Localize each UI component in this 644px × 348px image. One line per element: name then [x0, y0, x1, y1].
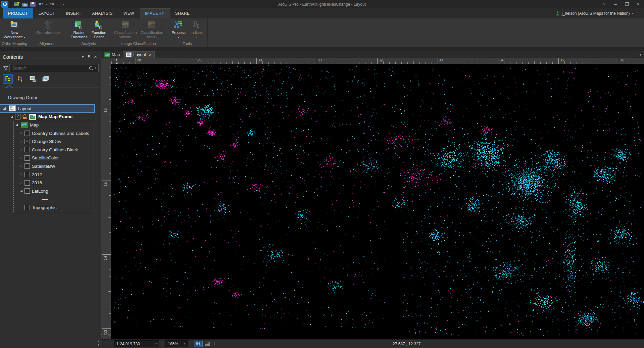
panel-close-icon[interactable]: ✕: [92, 55, 99, 59]
expand-arrow-icon[interactable]: [19, 172, 24, 177]
list-by-snapping-button[interactable]: [15, 74, 26, 84]
tree-item-topographic[interactable]: Topographic: [0, 203, 97, 212]
expand-arrow-icon[interactable]: [19, 131, 24, 136]
arcgis-pro-logo-icon[interactable]: [1, 1, 8, 8]
ribbon-tab-analysis[interactable]: ANALYSIS: [87, 8, 118, 18]
snap-grid-button[interactable]: [203, 341, 211, 347]
process-button[interactable]: Process▾: [169, 19, 188, 40]
layer-visibility-checkbox[interactable]: [24, 163, 30, 169]
ruler-corner: [101, 58, 111, 64]
tree-item-map[interactable]: Map: [0, 121, 97, 129]
ribbon-tab-layout[interactable]: LAYOUT: [33, 8, 61, 18]
collapse-ribbon-icon[interactable]: ⌃: [635, 12, 641, 15]
save-project-button[interactable]: [30, 1, 36, 8]
new-workspace-button[interactable]: NewWorkspace ▾: [2, 19, 27, 40]
view-tab-layout[interactable]: Layout ✕: [123, 51, 155, 58]
layer-visibility-checkbox[interactable]: [24, 205, 30, 210]
ribbon-imagery: NewWorkspace ▾ Ortho Mapping Georeferenc…: [0, 18, 644, 47]
ruler-major-tick: [619, 58, 619, 64]
ruler-major-tick: [196, 58, 196, 64]
list-by-editing-button[interactable]: [28, 74, 38, 84]
contents-panel-header[interactable]: Contents ▾ ✕: [0, 51, 101, 62]
panel-drag-texture[interactable]: [26, 57, 78, 59]
layer-visibility-checkbox[interactable]: [24, 180, 30, 186]
tree-item-layout[interactable]: Layout: [0, 104, 95, 113]
add-layout-grid-button[interactable]: [194, 341, 203, 347]
filter-icon[interactable]: [2, 66, 9, 70]
layer-visibility-checkbox[interactable]: [24, 188, 30, 194]
pin-icon[interactable]: [86, 55, 92, 59]
new-project-button[interactable]: [13, 1, 20, 8]
layer-visibility-checkbox[interactable]: [24, 172, 30, 177]
tree-item-satellitebw[interactable]: SatelliteBW: [0, 162, 97, 170]
tree-item-latlong[interactable]: LatLong: [0, 187, 97, 195]
close-button[interactable]: ✕: [633, 0, 644, 8]
open-project-button[interactable]: [21, 1, 28, 8]
layer-visibility-checkbox[interactable]: ✓: [15, 114, 20, 119]
minimize-button[interactable]: –: [610, 0, 621, 8]
tree-item-satellitecolor[interactable]: SatelliteColor: [0, 154, 97, 162]
panel-scrollbar-buttons[interactable]: ▲▼: [96, 339, 101, 347]
expand-arrow-icon[interactable]: [19, 181, 24, 185]
tree-item-legend[interactable]: [0, 195, 97, 204]
tree-item-map-map-frame[interactable]: ✓Map Map Frame: [0, 113, 97, 121]
ribbon-tab-share[interactable]: SHARE: [170, 8, 195, 18]
scroll-up-icon[interactable]: ▲: [97, 340, 100, 343]
expand-arrow-icon[interactable]: [19, 147, 24, 152]
search-box[interactable]: ▾: [9, 64, 99, 72]
undo-button[interactable]: [38, 1, 44, 8]
panel-menu-caret[interactable]: ▾: [80, 55, 86, 59]
layout-icon: [126, 52, 132, 57]
zoom-level-selector[interactable]: 186% ▾: [165, 340, 188, 347]
expand-arrow-icon[interactable]: [19, 164, 24, 168]
layout-page-canvas[interactable]: [111, 64, 644, 340]
collapse-arrow-icon[interactable]: [14, 122, 19, 127]
collapse-arrow-icon[interactable]: [19, 189, 24, 193]
quick-access-toolbar: ▾ ▾ ▾: [0, 1, 64, 8]
tree-item-country-outlines-and-labels[interactable]: Country Outlines and Labels: [0, 129, 97, 138]
map-icon: [104, 52, 110, 57]
tree-item-change-stdev[interactable]: ✓Change StDev: [0, 137, 97, 146]
ribbon-tab-project[interactable]: PROJECT: [3, 8, 33, 18]
tree-item-country-outlines-black[interactable]: Country Outlines Black: [0, 146, 97, 154]
account-dropdown-caret[interactable]: ▾: [632, 12, 633, 15]
tree-item-2012[interactable]: 2012: [0, 170, 97, 179]
search-input[interactable]: [12, 65, 89, 71]
search-options-caret[interactable]: ▾: [95, 67, 96, 69]
layout-page[interactable]: [111, 64, 644, 340]
tab-overflow-caret[interactable]: ▼: [639, 51, 644, 58]
ribbon-group-analysis: fx RasterFunctions fx FunctionEditor Ana…: [67, 18, 110, 47]
ribbon-tab-view[interactable]: VIEW: [118, 8, 140, 18]
ribbon-tab-imagery[interactable]: IMAGERY: [140, 8, 170, 18]
account-area[interactable]: j_nelson (ArcGIS Maps for the Nation) ▾ …: [555, 8, 644, 18]
collapse-arrow-icon[interactable]: [2, 106, 7, 111]
list-by-drawing-order-button[interactable]: [3, 74, 13, 84]
svg-text:fx: fx: [99, 25, 102, 29]
map-scale-value: 1:24,019,730: [116, 342, 153, 346]
expand-arrow-icon[interactable]: [19, 139, 24, 144]
layer-visibility-checkbox[interactable]: [24, 155, 30, 161]
undo-dropdown-caret[interactable]: ▾: [46, 3, 47, 6]
restore-button[interactable]: ❐: [621, 0, 633, 8]
raster-functions-button[interactable]: fx RasterFunctions: [69, 19, 89, 40]
tree-item-2016[interactable]: 2016: [0, 179, 97, 187]
customize-quick-access-caret[interactable]: ▾: [63, 3, 64, 6]
ruler-major-tick: [438, 58, 438, 64]
unlocked-icon[interactable]: [22, 114, 28, 119]
view-tab-map[interactable]: Map: [101, 51, 123, 58]
search-icon[interactable]: [89, 66, 93, 70]
redo-dropdown-caret[interactable]: ▾: [56, 3, 58, 6]
function-editor-button[interactable]: fx FunctionEditor: [90, 19, 108, 40]
map-scale-selector[interactable]: 1:24,019,730 ▾: [114, 340, 159, 347]
layer-visibility-checkbox[interactable]: [24, 147, 30, 152]
vertical-ruler: 16151413: [101, 64, 111, 340]
collapse-arrow-icon[interactable]: [9, 114, 14, 119]
help-button[interactable]: ?: [598, 0, 610, 8]
layer-visibility-checkbox[interactable]: ✓: [24, 139, 30, 144]
expand-arrow-icon[interactable]: [19, 156, 24, 160]
scroll-down-icon[interactable]: ▼: [97, 343, 100, 347]
list-by-perspective-button[interactable]: [41, 74, 51, 84]
ribbon-tab-insert[interactable]: INSERT: [60, 8, 87, 18]
close-tab-icon[interactable]: ✕: [149, 53, 152, 57]
layer-visibility-checkbox[interactable]: [24, 131, 30, 136]
